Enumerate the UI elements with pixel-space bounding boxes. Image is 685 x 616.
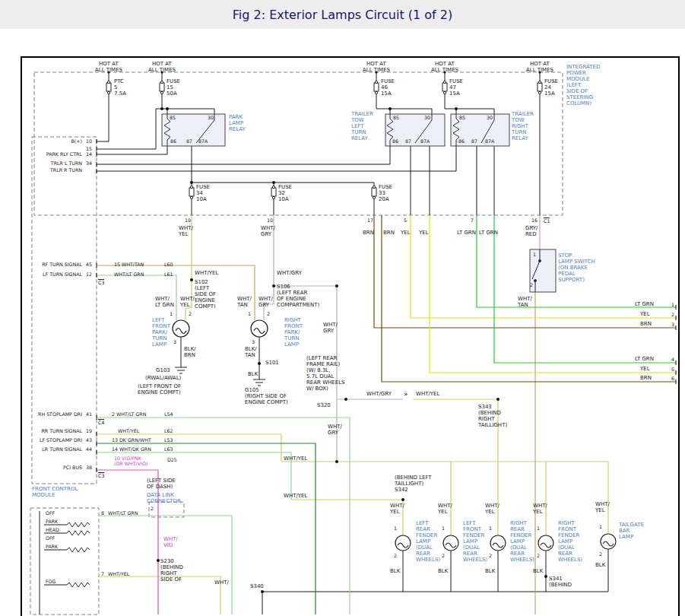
lamp-pin-1: 1 [394,526,397,531]
wire-label-blk: BLK [438,568,448,574]
fcm-pin-44: 44 [86,446,92,452]
splice-dot [190,181,193,184]
wire-label-wht-yel-run: WHT/YEL [108,571,129,576]
splice-dot [455,107,458,110]
fuse-46-label: FUSE 46 15A [381,78,395,97]
lamp-pin-1: 1 [599,524,602,529]
wire-label-blk: BLK [248,371,258,377]
wire-label-lt-grn: LT GRN [479,230,498,236]
fuse-15-label: FUSE 15 50A [166,78,180,97]
wire-label-yel: YEL [401,230,411,236]
front-control-module-label: FRONT CONTROL MODULE [32,486,78,498]
yel-wires [411,215,676,373]
fuse-33-label: FUSE 33 20A [379,184,392,202]
edge-pin-4: 4 [671,357,674,362]
wire-label-wht-tan-run: 15 WHT/TAN [114,262,144,267]
wire-segment [97,109,162,149]
wire-label-wht-yel: WHT/ YEL [533,503,547,515]
stop-lamp-switch-label: STOP LAMP SWITCH (ON BRAKE PEDAL SUPPORT… [558,252,595,283]
relay-pin-30: 30 [208,115,214,120]
relay-pin-87a: 87A [420,138,430,144]
wire-label-wht-dk-grn-run: 14 WHT/DK GRN [112,446,151,452]
wire-label-wht-yel: WHT/ YEL [485,503,499,515]
fuse-terminal [443,81,446,83]
lamp-pin-1: 1 [537,526,540,531]
splice-s341 [544,575,547,578]
wire-label-wht-yel: WHT/YEL [416,391,439,397]
connector-c3: C3 [98,472,104,478]
splice-s101 [258,362,261,365]
stop-switch-pin-1: 1 [533,252,536,257]
wire-label-dk-grn-wht-run: 13 DK GRN/WHT [112,437,151,443]
fuse-terminal [272,196,274,198]
ipm-pin-7: 7 [471,218,474,223]
right-front-fender-lamp-label: RIGHT FRONT FENDER LAMP (DUAL REAR WHEEL… [558,520,582,563]
splice-dot [166,107,169,110]
ipm-pin-16: 16 [531,218,538,223]
relay-pin-30: 30 [424,115,430,120]
circuit-code-d25: D25 [167,457,177,462]
wire-label-wht-gry: WHT/GRY [366,391,392,397]
splice-s340 [261,590,264,593]
tailgate-bar-lamp-symbol [601,534,616,549]
lamp-pin-1: 1 [442,526,445,531]
edge-pin-3: 3 [671,322,674,327]
trailer-left-relay-label: TRAILER TOW LEFT TURN RELAY [351,111,373,141]
hs-position-park: PARK [46,519,58,524]
wire-label-wht-tan: WHT/ TAN [518,296,532,308]
hs-position-head: HEAD [46,527,59,532]
splice-s340-label: S340 [250,583,264,589]
splice-dot [388,107,392,110]
splice-s230 [157,559,160,562]
data-link-connector-label: DATA LINK CONNECTOR [147,492,181,504]
hs-pin-7: 7 [101,571,104,576]
wire-label-wht-yel: WHT/ YEL [438,503,452,515]
lt-grn-wires [477,215,676,363]
wire-label-brn: BRN [383,230,395,236]
hs-position-fog: FOG [46,579,55,584]
fcm-pin-38: 38 [86,465,92,470]
ipm-pin-19: 19 [185,218,191,223]
fuse-terminal [375,91,377,94]
left-rear-fender-lamp-label: LEFT REAR FENDER LAMP (DUAL REAR WHEELS) [416,520,440,563]
edge-wire-brn: BRN [640,375,652,381]
wire-label-blk: BLK [485,568,495,574]
fcm-row-lf-turn: LF TURN SIGNAL [29,271,82,277]
fuse-34-label: FUSE 34 10A [196,184,210,202]
splice-s343-label: S343 (BEHIND RIGHT TAILLIGHT) [478,404,507,428]
fcm-row-trlr-r-turn: TRLR R TURN [29,167,82,173]
fuse-terminal [443,91,446,94]
stop-switch-pin-2: 2 [530,282,533,287]
fcm-row-lf-stoplamp: LF STOPLAMP DRI [29,437,82,443]
wire-label-wht-lt-grn: WHT/ LT GRN [155,296,174,308]
fcm-pin-14: 14 [86,151,92,157]
dk-grn-wht-wires [97,443,316,614]
fuse-terminal [107,81,109,83]
wire-segment [97,146,456,171]
circuit-code-l62: L62 [164,428,173,433]
relay-pin-86: 86 [170,138,176,144]
fuse-terminal [160,91,163,94]
wire-label-wht-yel: WHT/YEL [284,493,307,499]
fcm-row-pci-bus: PCI BUS [29,465,82,470]
fuse-terminal [107,91,109,94]
ipm-pin-17: 17 [367,218,373,223]
lamp-pin-3: 3 [252,339,255,345]
wire-label-vio-pnk-run: 10 VIO/PNK (OR WHT/VIO) [114,456,147,466]
fuse-32-label: FUSE 32 10A [278,184,292,202]
right-rear-fender-lamp-symbol [490,535,506,551]
relay-pin-87: 87 [186,138,192,144]
wire-label-wht-yel: WHT/YEL [284,456,307,462]
wire-segment [430,215,676,373]
fcm-row-b-plus: B(+) [29,138,82,144]
wire-label-wht-gry: WHT/ GRY [328,424,342,436]
wire-label-blk: BLK [390,568,400,574]
fuse-terminal [373,186,375,188]
fuse-terminal [272,186,274,188]
dlc-location-label: (LEFT SIDE OF DASH) [147,478,176,490]
wht-lt-grn-wires [97,275,350,614]
hs-pin-8: 8 [101,510,104,516]
edge-wire-lt-grn: LT GRN [635,356,654,362]
fcm-pin-12: 12 [86,271,92,277]
relay-pin-85: 85 [459,115,465,120]
